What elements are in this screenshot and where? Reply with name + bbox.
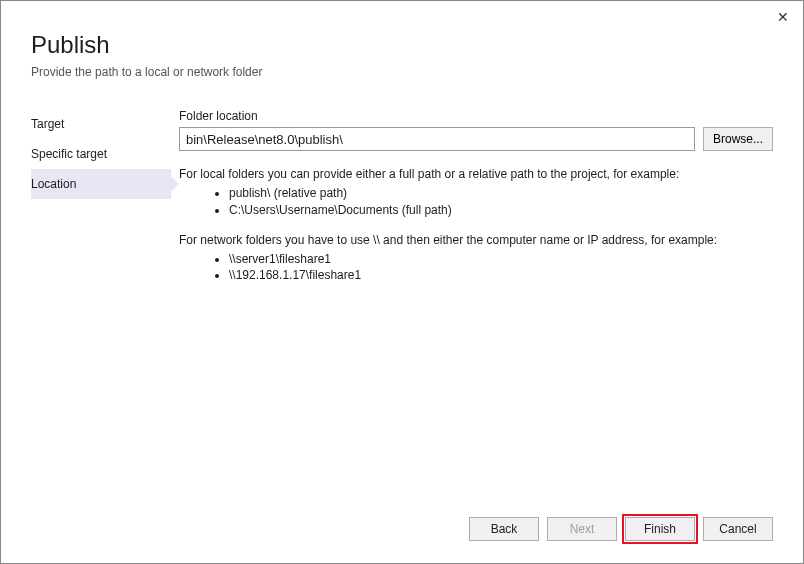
list-item: \\192.168.1.17\fileshare1 [229,267,773,284]
folder-location-row: Browse... [179,127,773,151]
sidebar-item-target[interactable]: Target [31,109,171,139]
dialog-footer: Back Next Finish Cancel [469,517,773,541]
next-button: Next [547,517,617,541]
help-local-intro: For local folders you can provide either… [179,167,773,181]
dialog-content: Target Specific target Location Folder l… [1,89,803,298]
sidebar-item-label: Specific target [31,147,107,161]
finish-button[interactable]: Finish [625,517,695,541]
folder-location-label: Folder location [179,109,773,123]
list-item: C:\Users\Username\Documents (full path) [229,202,773,219]
help-network-intro: For network folders you have to use \\ a… [179,233,773,247]
wizard-sidebar: Target Specific target Location [31,109,171,298]
dialog-title: Publish [31,31,773,59]
help-local-list: publish\ (relative path) C:\Users\Userna… [229,185,773,219]
list-item: publish\ (relative path) [229,185,773,202]
browse-button[interactable]: Browse... [703,127,773,151]
folder-location-input[interactable] [179,127,695,151]
sidebar-item-label: Location [31,177,76,191]
sidebar-item-location[interactable]: Location [31,169,171,199]
sidebar-item-specific-target[interactable]: Specific target [31,139,171,169]
back-button[interactable]: Back [469,517,539,541]
help-network-list: \\server1\fileshare1 \\192.168.1.17\file… [229,251,773,285]
dialog-subtitle: Provide the path to a local or network f… [31,65,773,79]
sidebar-item-label: Target [31,117,64,131]
close-icon[interactable]: ✕ [773,7,793,27]
cancel-button[interactable]: Cancel [703,517,773,541]
main-panel: Folder location Browse... For local fold… [171,109,773,298]
list-item: \\server1\fileshare1 [229,251,773,268]
dialog-header: Publish Provide the path to a local or n… [1,1,803,89]
